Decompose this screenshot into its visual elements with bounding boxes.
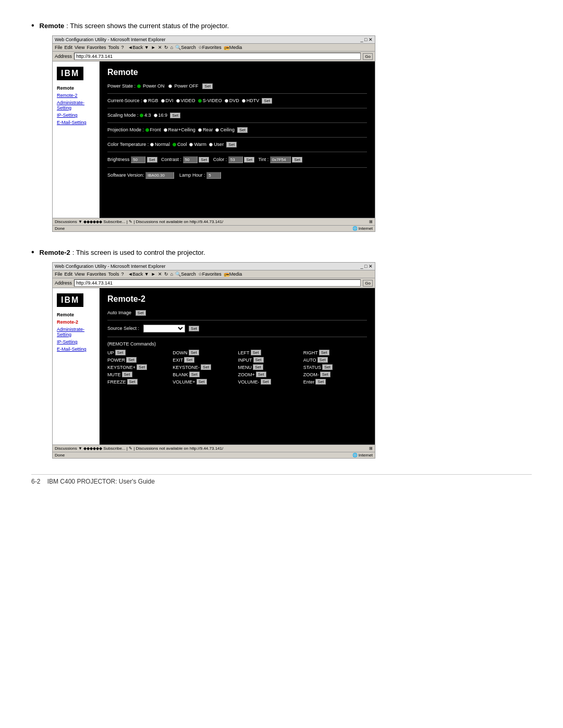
color-input[interactable] — [228, 156, 243, 163]
nav-home-2[interactable]: ⌂ — [170, 272, 173, 277]
nav-refresh-1[interactable]: ↻ — [164, 45, 168, 50]
go-button-2[interactable]: Go — [363, 280, 373, 287]
cmd-right-btn[interactable]: Set — [319, 350, 329, 355]
nav-search-2[interactable]: 🔍Search — [175, 272, 196, 277]
cmd-left-btn[interactable]: Set — [251, 350, 261, 355]
dvi-radio[interactable] — [161, 99, 165, 103]
rgb-radio[interactable] — [143, 99, 147, 103]
svideo-radio[interactable] — [198, 99, 202, 103]
menu-help-2[interactable]: ? — [121, 272, 124, 277]
cmd-down-btn[interactable]: Set — [189, 350, 199, 355]
menu-view-2[interactable]: View — [75, 272, 84, 277]
menu-tools-2[interactable]: Tools — [108, 272, 119, 277]
nav-forward-1[interactable]: ► — [151, 45, 156, 50]
contrast-input[interactable] — [183, 156, 198, 163]
power-state-set-btn[interactable]: Set — [202, 83, 213, 89]
nav-favorites-btn-1[interactable]: ☆Favorites — [198, 45, 222, 50]
sidebar-link-email-2[interactable]: E-Mail-Setting — [57, 347, 95, 352]
nav-forward-2[interactable]: ► — [151, 272, 156, 277]
rear-ceiling-label: Rear+Ceiling — [168, 127, 195, 132]
sidebar-link-admin-2[interactable]: Administrate-Setting — [57, 327, 95, 337]
nav-back-1[interactable]: ◄Back ▼ — [128, 45, 149, 50]
normal-radio[interactable] — [150, 143, 154, 146]
cmd-keystoneplus-btn[interactable]: Set — [137, 364, 147, 370]
rear-ceiling-radio[interactable] — [164, 128, 167, 132]
sidebar-link-email-1[interactable]: E-Mail-Setting — [57, 120, 95, 125]
scaling-set-btn[interactable]: Set — [170, 113, 180, 118]
cmd-auto-btn[interactable]: Set — [317, 357, 328, 363]
cmd-zoomplus-btn[interactable]: Set — [256, 372, 266, 377]
ceiling-radio[interactable] — [215, 128, 219, 132]
menu-edit-1[interactable]: Edit — [65, 45, 73, 50]
front-radio[interactable] — [145, 128, 149, 132]
go-button-1[interactable]: Go — [363, 53, 373, 60]
source-select-set-btn[interactable]: Set — [189, 326, 199, 331]
nav-home-1[interactable]: ⌂ — [170, 45, 173, 50]
nav-media-1[interactable]: 📻Media — [224, 45, 242, 50]
nav-stop-2[interactable]: ✕ — [158, 272, 162, 277]
menu-view-1[interactable]: View — [75, 45, 84, 50]
43-radio[interactable] — [140, 114, 143, 117]
sidebar-link-remote2-2[interactable]: Remote-2 — [57, 319, 95, 325]
nav-stop-1[interactable]: ✕ — [158, 45, 162, 50]
power-on-radio[interactable] — [137, 84, 141, 88]
cmd-exit-btn[interactable]: Set — [184, 357, 194, 363]
sidebar-link-remote-1[interactable]: Remote — [57, 85, 95, 91]
cmd-menu-btn[interactable]: Set — [253, 364, 263, 370]
power-off-radio[interactable] — [168, 84, 172, 88]
sidebar-link-remote2-1[interactable]: Remote-2 — [57, 93, 95, 98]
menu-edit-2[interactable]: Edit — [65, 272, 73, 277]
done-text-1: Done — [55, 226, 65, 231]
cmd-freeze-btn[interactable]: Set — [127, 379, 138, 385]
cmd-volumeplus-btn[interactable]: Set — [197, 379, 207, 385]
sidebar-link-ip-1[interactable]: IP-Setting — [57, 113, 95, 118]
rear-radio[interactable] — [198, 128, 202, 132]
sidebar-link-admin-1[interactable]: Administrate-Setting — [57, 100, 95, 110]
warm-radio[interactable] — [189, 143, 193, 146]
source-set-btn[interactable]: Set — [262, 98, 272, 104]
nav-refresh-2[interactable]: ↻ — [164, 272, 168, 277]
brightness-set-btn[interactable]: Set — [147, 157, 157, 163]
cmd-keystoneplus-label: KEYSTONE+ — [107, 365, 136, 370]
menu-help-1[interactable]: ? — [121, 45, 124, 50]
cool-radio[interactable] — [173, 143, 176, 146]
video-radio[interactable] — [176, 99, 180, 103]
user-radio[interactable] — [209, 143, 213, 146]
color-temp-set-btn[interactable]: Set — [226, 142, 237, 147]
menu-favorites-1[interactable]: Favorites — [87, 45, 106, 50]
menu-favorites-2[interactable]: Favorites — [87, 272, 106, 277]
cmd-volumeminus-label: VOLUME- — [238, 379, 260, 385]
tint-set-btn[interactable]: Set — [292, 157, 302, 163]
brightness-input[interactable] — [131, 156, 145, 163]
cmd-zoomminus-btn[interactable]: Set — [320, 372, 331, 377]
menu-file-1[interactable]: File — [55, 45, 63, 50]
nav-media-2[interactable]: 📻Media — [224, 272, 242, 277]
cmd-up-btn[interactable]: Set — [115, 350, 126, 355]
nav-back-2[interactable]: ◄Back ▼ — [128, 272, 149, 277]
menu-file-2[interactable]: File — [55, 272, 63, 277]
cmd-blank-btn[interactable]: Set — [189, 372, 200, 377]
menu-tools-1[interactable]: Tools — [108, 45, 119, 50]
nav-favorites-btn-2[interactable]: ☆Favorites — [198, 272, 222, 277]
source-select-dropdown[interactable] — [143, 325, 185, 332]
auto-image-set-btn[interactable]: Set — [136, 310, 146, 316]
dvd-radio[interactable] — [225, 99, 228, 103]
sidebar-link-ip-2[interactable]: IP-Setting — [57, 339, 95, 344]
address-input-2[interactable] — [74, 279, 361, 287]
projection-set-btn[interactable]: Set — [237, 127, 248, 133]
address-input-1[interactable] — [74, 53, 361, 60]
169-radio[interactable] — [154, 114, 157, 117]
cmd-volumeminus-btn[interactable]: Set — [261, 379, 271, 385]
cmd-status-btn[interactable]: Set — [322, 364, 333, 370]
cmd-input-btn[interactable]: Set — [253, 357, 264, 363]
cmd-power-btn[interactable]: Set — [126, 357, 137, 363]
tint-input[interactable] — [270, 156, 291, 163]
cmd-enter-btn[interactable]: Set — [315, 379, 326, 385]
cmd-mute-btn[interactable]: Set — [122, 372, 132, 377]
contrast-set-btn[interactable]: Set — [199, 157, 209, 163]
sidebar-link-remote-2[interactable]: Remote — [57, 312, 95, 317]
hdtv-radio[interactable] — [242, 99, 246, 103]
cmd-keystoneminus-btn[interactable]: Set — [201, 364, 211, 370]
color-set-btn[interactable]: Set — [244, 157, 254, 163]
nav-search-1[interactable]: 🔍Search — [175, 45, 196, 50]
